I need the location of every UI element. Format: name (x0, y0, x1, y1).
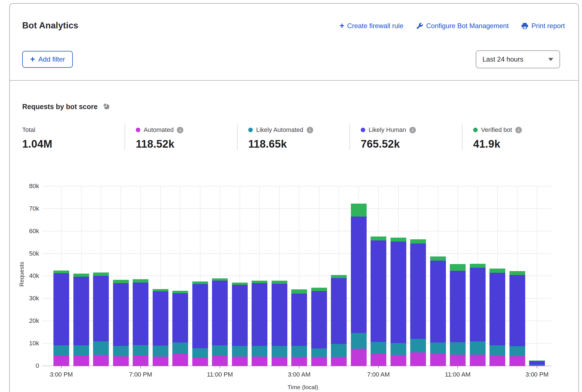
bar-6-00-am[interactable] (351, 204, 367, 366)
bar-segment-automated (470, 355, 486, 366)
bar-segment-likely-human (53, 273, 69, 346)
create-firewall-rule-link[interactable]: + Create firewall rule (339, 22, 403, 30)
bar-segment-automated (53, 355, 69, 366)
legend-dot (248, 128, 253, 132)
plot-area (42, 182, 552, 366)
y-tick-label: 0 (15, 362, 39, 370)
bar-segment-automated (153, 357, 168, 366)
bar-3-00-am[interactable] (291, 289, 307, 366)
bar-segment-verified-bot (192, 281, 208, 284)
chevron-down-icon (548, 58, 553, 61)
stat-value: 118.65k (248, 138, 349, 150)
bar-10-00-am[interactable] (430, 256, 446, 366)
bar-5-00-am[interactable] (331, 275, 347, 366)
x-axis-tick (299, 366, 299, 368)
bar-segment-verified-bot (410, 239, 426, 243)
x-axis-tick (537, 366, 537, 368)
bar-2-00-pm[interactable] (509, 271, 525, 366)
bar-segment-automated (291, 357, 307, 366)
horizontal-gridline (42, 208, 552, 209)
bar-8-00-am[interactable] (391, 238, 406, 366)
bar-8-00-pm[interactable] (153, 289, 168, 366)
bar-segment-verified-bot (371, 236, 386, 240)
bar-segment-verified-bot (351, 204, 367, 217)
bar-segment-automated (351, 349, 367, 366)
bar-11-00-am[interactable] (450, 264, 466, 366)
bar-segment-automated (93, 355, 109, 366)
bar-1-00-pm[interactable] (489, 269, 505, 366)
bar-segment-likely-human (351, 217, 367, 333)
bar-4-00-pm[interactable] (73, 274, 89, 366)
bar-segment-automated (489, 356, 505, 366)
bar-segment-automated (232, 357, 248, 366)
bar-segment-verified-bot (232, 283, 248, 285)
page-title: Bot Analytics (22, 21, 78, 31)
info-icon[interactable]: i (307, 127, 313, 133)
bar-7-00-am[interactable] (371, 236, 386, 366)
bar-segment-verified-bot (153, 289, 168, 291)
bar-11-00-pm[interactable] (212, 278, 228, 366)
bar-1-00-am[interactable] (252, 281, 267, 366)
bar-4-00-am[interactable] (311, 288, 327, 366)
add-filter-button[interactable]: + Add filter (22, 51, 73, 68)
bar-segment-verified-bot (272, 281, 287, 284)
x-tick-label: 11:00 AM (435, 371, 480, 378)
bar-segment-likely-automated (53, 345, 69, 355)
bar-segment-likely-automated (272, 346, 287, 357)
bar-segment-automated (212, 356, 228, 366)
bar-5-00-pm[interactable] (93, 272, 109, 366)
bar-segment-verified-bot (53, 271, 69, 273)
info-icon[interactable]: i (177, 127, 183, 133)
bar-9-00-pm[interactable] (172, 291, 188, 366)
bar-segment-verified-bot (489, 269, 505, 272)
bar-2-00-am[interactable] (272, 281, 287, 366)
bar-segment-likely-automated (410, 339, 426, 352)
bar-segment-likely-automated (311, 348, 327, 357)
bar-segment-likely-human (252, 283, 267, 346)
bar-segment-likely-human (410, 244, 426, 339)
bar-segment-verified-bot (430, 256, 446, 260)
bar-segment-automated (113, 356, 129, 366)
header-divider (10, 80, 578, 81)
x-tick-label: 3:00 PM (39, 371, 84, 378)
print-report-link[interactable]: Print report (521, 22, 565, 30)
info-icon[interactable]: i (515, 127, 522, 133)
x-tick-label: 3:00 PM (515, 371, 560, 378)
configure-bot-management-link[interactable]: Configure Bot Management (416, 22, 509, 30)
bar-segment-likely-automated (470, 341, 486, 355)
bar-segment-likely-automated (113, 346, 129, 356)
bar-segment-likely-human (291, 294, 307, 346)
x-axis-tick (457, 366, 458, 368)
bar-segment-likely-human (113, 283, 129, 346)
bar-3-00-pm[interactable] (529, 361, 545, 366)
bar-9-00-am[interactable] (410, 239, 426, 366)
x-axis-tick (378, 366, 379, 368)
bar-segment-likely-human (529, 361, 545, 365)
stat-automated: Automatedi118.52k (125, 124, 237, 150)
bar-7-00-pm[interactable] (133, 279, 148, 366)
bar-segment-likely-human (212, 281, 228, 345)
time-range-select[interactable]: Last 24 hours (476, 50, 560, 68)
stat-value: 41.9k (473, 138, 563, 150)
section-title: Requests by bot score (22, 103, 98, 111)
bar-segment-automated (192, 358, 208, 366)
bar-6-00-pm[interactable] (113, 280, 129, 366)
bar-12-00-am[interactable] (232, 283, 248, 366)
bar-segment-likely-automated (391, 343, 406, 355)
bar-segment-likely-automated (489, 345, 505, 356)
bar-segment-likely-human (232, 285, 248, 346)
bar-segment-likely-human (192, 284, 208, 348)
stat-likely-human: Likely Humani765.52k (349, 124, 462, 150)
y-tick-label: 10k (15, 340, 39, 347)
bar-10-00-pm[interactable] (192, 281, 208, 366)
bar-3-00-pm[interactable] (53, 271, 69, 366)
bar-segment-automated (272, 357, 287, 366)
stat-likely-automated: Likely Automatedi118.65k (237, 124, 349, 150)
bar-segment-likely-automated (291, 346, 307, 357)
bar-segment-likely-human (470, 268, 486, 341)
bar-segment-automated (509, 356, 525, 366)
bar-12-00-pm[interactable] (470, 264, 486, 366)
info-icon[interactable]: i (409, 127, 416, 133)
bar-segment-likely-human (153, 291, 168, 346)
bar-segment-likely-human (430, 261, 446, 343)
